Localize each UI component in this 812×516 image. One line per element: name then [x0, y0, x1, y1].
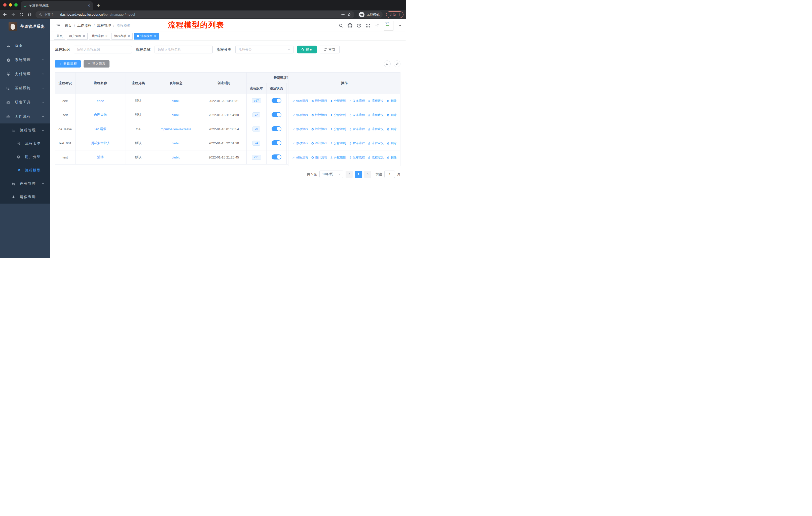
page-size-select[interactable]: 10条/页	[319, 170, 343, 178]
action-definition-link[interactable]: 流程定义	[368, 127, 384, 131]
reload-icon[interactable]	[19, 12, 24, 17]
new-tab-button[interactable]: +	[95, 2, 102, 9]
new-process-button[interactable]: 新建流程	[55, 60, 81, 67]
action-edit-link[interactable]: 修改流程	[292, 141, 308, 145]
sidebar-item-workflow[interactable]: 工作流程	[0, 109, 50, 124]
process-name-link[interactable]: 滔博	[97, 155, 104, 159]
github-icon[interactable]	[348, 23, 352, 28]
help-icon[interactable]	[357, 23, 361, 28]
category-select[interactable]: 流程分类	[235, 46, 293, 53]
header-search-icon[interactable]	[339, 23, 343, 28]
goto-page-input[interactable]	[384, 170, 395, 178]
action-publish-link[interactable]: 发布流程	[349, 113, 365, 117]
action-definition-link[interactable]: 流程定义	[368, 156, 384, 160]
sidebar-item-infrastructure[interactable]: 基础设施	[0, 81, 50, 95]
back-icon[interactable]	[2, 12, 7, 17]
tag-process-model[interactable]: 流程模型✕	[134, 33, 159, 39]
tag-close-icon[interactable]: ✕	[83, 34, 85, 38]
form-info-link[interactable]: /bpm/oa/leave/create	[161, 127, 191, 131]
window-minimize-button[interactable]	[9, 3, 12, 6]
avatar-caret-down-icon[interactable]	[398, 23, 403, 28]
action-gear-link[interactable]: 设计流程	[311, 127, 327, 131]
tag-home[interactable]: 首页	[54, 33, 65, 39]
home-icon[interactable]	[27, 12, 32, 17]
action-publish-link[interactable]: 发布流程	[349, 127, 365, 131]
tag-close-icon[interactable]: ✕	[154, 34, 156, 38]
browser-menu-icon[interactable]	[398, 12, 402, 17]
action-gear-link[interactable]: 设计流程	[311, 99, 327, 103]
action-delete-link[interactable]: 删除	[387, 156, 397, 160]
collapse-sidebar-button[interactable]	[50, 23, 65, 28]
sidebar-item-task-management[interactable]: 任务管理	[0, 177, 50, 190]
action-gear-link[interactable]: 设计流程	[311, 156, 327, 160]
action-gear-link[interactable]: 设计流程	[311, 113, 327, 117]
process-name-link[interactable]: 自己审批	[94, 113, 107, 117]
search-button[interactable]: 搜索	[297, 46, 317, 53]
action-edit-link[interactable]: 修改流程	[292, 113, 308, 117]
action-person-link[interactable]: 分配规则	[330, 156, 346, 160]
form-info-link[interactable]: biubiu	[172, 113, 180, 117]
process-name-input[interactable]	[154, 46, 213, 53]
form-info-link[interactable]: biubiu	[172, 141, 180, 145]
action-delete-link[interactable]: 删除	[387, 99, 397, 103]
sidebar-item-process-form[interactable]: 流程表单	[0, 137, 50, 150]
action-person-link[interactable]: 分配规则	[330, 113, 346, 117]
active-toggle[interactable]	[271, 126, 282, 131]
form-info-link[interactable]: biubiu	[172, 156, 180, 159]
tag-close-icon[interactable]: ✕	[127, 34, 130, 38]
sidebar-item-process-management[interactable]: 流程管理	[0, 124, 50, 137]
tag-close-icon[interactable]: ✕	[105, 34, 108, 38]
window-maximize-button[interactable]	[14, 3, 18, 6]
browser-tab[interactable]: 芋道管理系统 ✕	[21, 1, 93, 10]
forward-icon[interactable]	[11, 12, 16, 17]
action-delete-link[interactable]: 删除	[387, 127, 397, 131]
process-id-input[interactable]	[74, 46, 132, 53]
tag-my-process[interactable]: 我的流程✕	[89, 33, 110, 39]
active-toggle[interactable]	[271, 155, 282, 160]
sidebar-item-leave-query[interactable]: 请假查询	[0, 190, 50, 203]
window-controls[interactable]	[3, 3, 18, 6]
update-chrome-button[interactable]: 更新	[386, 11, 404, 18]
action-gear-link[interactable]: 设计流程	[311, 141, 327, 145]
process-name-link[interactable]: 测试多审批人	[91, 141, 110, 145]
font-size-icon[interactable]	[375, 23, 380, 28]
user-avatar[interactable]	[384, 21, 394, 30]
action-publish-link[interactable]: 发布流程	[349, 99, 365, 103]
process-name-link[interactable]: OA 请假	[94, 127, 107, 131]
security-label[interactable]: 不安全	[44, 12, 54, 17]
action-definition-link[interactable]: 流程定义	[368, 141, 384, 145]
sidebar-item-process-model[interactable]: 流程模型	[0, 164, 50, 177]
refresh-table-button[interactable]	[394, 60, 401, 67]
action-publish-link[interactable]: 发布流程	[349, 141, 365, 145]
action-person-link[interactable]: 分配规则	[330, 127, 346, 131]
reset-button[interactable]: 重置	[320, 46, 340, 53]
breadcrumb-home[interactable]: 首页	[65, 23, 72, 28]
action-person-link[interactable]: 分配规则	[330, 99, 346, 103]
bookmark-star-icon[interactable]	[347, 12, 351, 17]
next-page-button[interactable]	[364, 171, 371, 178]
form-info-link[interactable]: biubiu	[172, 99, 180, 103]
toggle-search-button[interactable]	[384, 60, 390, 67]
sidebar-item-user-group[interactable]: 用户分组	[0, 150, 50, 164]
action-edit-link[interactable]: 修改流程	[292, 156, 308, 160]
tab-close-icon[interactable]: ✕	[87, 3, 90, 7]
prev-page-button[interactable]	[346, 171, 353, 178]
action-delete-link[interactable]: 删除	[387, 113, 397, 117]
action-definition-link[interactable]: 流程定义	[368, 113, 384, 117]
sidebar-item-home[interactable]: 首页	[0, 39, 50, 53]
active-toggle[interactable]	[271, 140, 282, 145]
action-edit-link[interactable]: 修改流程	[292, 99, 308, 103]
breadcrumb-workflow[interactable]: 工作流程	[77, 23, 91, 28]
fullscreen-icon[interactable]	[366, 23, 371, 28]
tag-process-form[interactable]: 流程表单✕	[112, 33, 133, 39]
breadcrumb-process-management[interactable]: 流程管理	[97, 23, 111, 28]
action-edit-link[interactable]: 修改流程	[292, 127, 308, 131]
sidebar-item-payment-management[interactable]: 支付管理	[0, 67, 50, 81]
action-delete-link[interactable]: 删除	[387, 141, 397, 145]
tag-tenant-management[interactable]: 租户管理✕	[67, 33, 88, 39]
url-text[interactable]: dashboard.yudao.iocoder.cn/bpm/manager/m…	[60, 12, 339, 17]
active-toggle[interactable]	[271, 112, 282, 117]
password-key-icon[interactable]	[341, 12, 345, 17]
current-page-button[interactable]: 1	[355, 171, 362, 178]
process-name-link[interactable]: eeee	[97, 99, 104, 103]
